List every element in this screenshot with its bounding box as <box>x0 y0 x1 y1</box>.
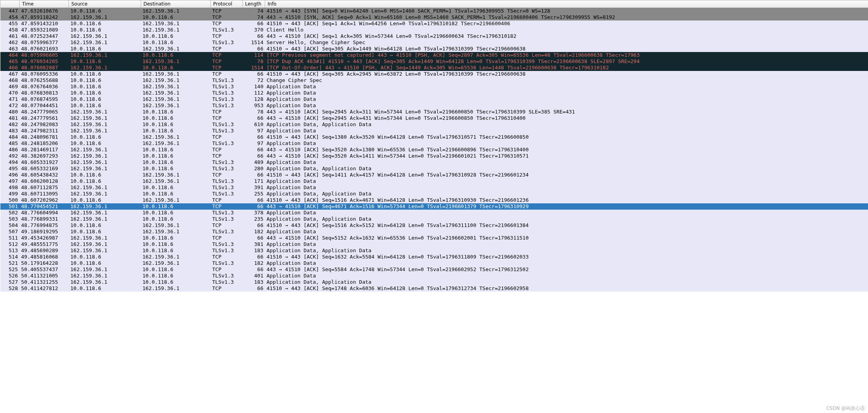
packet-protocol: TLSv1.3 <box>211 241 243 247</box>
packet-destination: 10.0.118.6 <box>141 191 211 197</box>
table-row[interactable]: 45547.85914321010.0.118.6162.159.36.1TCP… <box>0 20 868 27</box>
packet-time: 47.859118242 <box>20 14 69 20</box>
packet-source: 162.159.36.1 <box>69 266 141 273</box>
packet-time: 48.606200128 <box>20 178 69 184</box>
packet-destination: 162.159.36.1 <box>141 90 211 96</box>
table-row[interactable]: 47148.07687459510.0.118.6162.159.36.1TLS… <box>0 96 868 102</box>
packet-list-table[interactable]: Time Source Destination Protocol Length … <box>0 0 868 292</box>
col-length[interactable]: Length <box>243 0 265 8</box>
table-row[interactable]: 51349.485690289162.159.36.110.0.118.6TLS… <box>0 247 868 254</box>
packet-time: 50.411321005 <box>20 273 69 279</box>
packet-protocol: TCP <box>211 109 243 115</box>
table-row[interactable]: 52750.411321255162.159.36.110.0.118.6TLS… <box>0 279 868 285</box>
packet-info: 41510 → 443 [SYN] Seq=0 Win=64240 Len=0 … <box>265 8 868 15</box>
packet-protocol: TCP <box>211 134 243 140</box>
table-row[interactable]: 51449.48581606810.0.118.6162.159.36.1TCP… <box>0 254 868 260</box>
col-destination[interactable]: Destination <box>141 0 211 8</box>
table-row[interactable]: 46648.076082887162.159.36.110.0.118.6TCP… <box>0 65 868 71</box>
packet-info: Application Data, Application Data <box>265 279 868 285</box>
packet-destination: 162.159.36.1 <box>141 178 211 184</box>
table-row[interactable]: 52150.17916422810.0.118.6162.159.36.1TLS… <box>0 260 868 266</box>
packet-no: 496 <box>0 172 20 178</box>
table-row[interactable]: 46148.072523447162.159.36.110.0.118.6TCP… <box>0 33 868 39</box>
table-row[interactable]: 51249.485551775162.159.36.110.0.118.6TLS… <box>0 241 868 247</box>
packet-no: 501 <box>0 203 20 210</box>
table-row[interactable]: 48648.281469117162.159.36.110.0.118.6TCP… <box>0 147 868 153</box>
packet-length: 78 <box>243 109 265 115</box>
packet-time: 48.281469117 <box>20 147 69 153</box>
packet-no: 525 <box>0 266 20 273</box>
packet-no: 502 <box>0 210 20 216</box>
table-row[interactable]: 50148.770454521162.159.36.110.0.118.6TCP… <box>0 203 868 210</box>
packet-source: 162.159.36.1 <box>69 210 141 216</box>
table-row[interactable]: 51149.453426987162.159.36.110.0.118.6TCP… <box>0 235 868 241</box>
packet-length: 1514 <box>243 39 265 46</box>
table-row[interactable]: 49548.605332169162.159.36.110.0.118.6TLS… <box>0 166 868 172</box>
packet-source: 10.0.118.6 <box>69 197 141 203</box>
packet-length: 140 <box>243 84 265 90</box>
col-protocol[interactable]: Protocol <box>211 0 243 8</box>
table-row[interactable]: 50448.77699487510.0.118.6162.159.36.1TCP… <box>0 222 868 229</box>
packet-protocol: TLSv1.3 <box>211 102 243 109</box>
table-row[interactable]: 48348.247982311162.159.36.110.0.118.6TLS… <box>0 128 868 134</box>
packet-length: 66 <box>243 20 265 27</box>
packet-info: 443 → 41510 [ACK] Seq=5584 Ack=1748 Win=… <box>265 266 868 273</box>
table-row[interactable]: 49648.60543843210.0.118.6162.159.36.1TCP… <box>0 172 868 178</box>
packet-time: 49.485551775 <box>20 241 69 247</box>
table-row[interactable]: 49948.607113095162.159.36.110.0.118.6TLS… <box>0 191 868 197</box>
packet-length: 66 <box>243 203 265 210</box>
packet-length: 66 <box>243 71 265 77</box>
table-row[interactable]: 49848.607112875162.159.36.110.0.118.6TLS… <box>0 184 868 191</box>
table-row[interactable]: 45447.859118242162.159.36.110.0.118.6TCP… <box>0 14 868 20</box>
packet-destination: 162.159.36.1 <box>141 77 211 84</box>
table-row[interactable]: 52850.41142781210.0.118.6162.159.36.1TCP… <box>0 285 868 292</box>
packet-destination: 10.0.118.6 <box>141 39 211 46</box>
col-source[interactable]: Source <box>69 0 141 8</box>
packet-info: 41510 → 443 [ACK] Seq=1516 Ack=4671 Win=… <box>265 197 868 203</box>
table-row[interactable]: 50749.18691929510.0.118.6162.159.36.1TLS… <box>0 229 868 235</box>
table-row[interactable]: 46348.07602169310.0.118.6162.159.36.1TCP… <box>0 46 868 52</box>
table-row[interactable]: 46248.075996377162.159.36.110.0.118.6TLS… <box>0 39 868 46</box>
packet-protocol: TCP <box>211 58 243 65</box>
table-row[interactable]: 48248.247982083162.159.36.110.0.118.6TLS… <box>0 121 868 128</box>
table-row[interactable]: 52650.411321005162.159.36.110.0.118.6TLS… <box>0 273 868 279</box>
table-row[interactable]: 47048.07683081310.0.118.6162.159.36.1TLS… <box>0 90 868 96</box>
col-time[interactable]: Time <box>20 0 69 8</box>
col-info[interactable]: Info <box>265 0 868 8</box>
packet-length: 74 <box>243 8 265 15</box>
table-row[interactable]: 50348.776899331162.159.36.110.0.118.6TLS… <box>0 216 868 222</box>
packet-no: 447 <box>0 8 20 15</box>
packet-protocol: TCP <box>211 203 243 210</box>
packet-info: Application Data <box>265 128 868 134</box>
table-row[interactable]: 48148.247779561162.159.36.110.0.118.6TCP… <box>0 115 868 121</box>
table-row[interactable]: 50048.60720296210.0.118.6162.159.36.1TCP… <box>0 197 868 203</box>
table-row[interactable]: 44747.63261067610.0.118.6162.159.36.1TCP… <box>0 8 868 15</box>
table-row[interactable]: 48548.24818520610.0.118.6162.159.36.1TLS… <box>0 140 868 147</box>
table-row[interactable]: 45847.85932108910.0.118.6162.159.36.1TLS… <box>0 27 868 33</box>
packet-length: 66 <box>243 147 265 153</box>
table-row[interactable]: 48448.24809678110.0.118.6162.159.36.1TCP… <box>0 134 868 140</box>
packet-no: 466 <box>0 65 20 71</box>
table-row[interactable]: 46848.07625568810.0.118.6162.159.36.1TLS… <box>0 77 868 84</box>
table-row[interactable]: 52550.405537437162.159.36.110.0.118.6TCP… <box>0 266 868 273</box>
table-row[interactable]: 48048.247779065162.159.36.110.0.118.6TCP… <box>0 109 868 115</box>
table-row[interactable]: 49248.382697293162.159.36.110.0.118.6TCP… <box>0 153 868 159</box>
table-row[interactable]: 46548.07603420510.0.118.6162.159.36.1TCP… <box>0 58 868 65</box>
table-row[interactable]: 46748.07609533610.0.118.6162.159.36.1TCP… <box>0 71 868 77</box>
packet-protocol: TLSv1.3 <box>211 27 243 33</box>
table-row[interactable]: 49748.60620012810.0.118.6162.159.36.1TLS… <box>0 178 868 184</box>
packet-info: 443 → 41510 [ACK] Seq=2945 Ack=311 Win=5… <box>265 109 868 115</box>
packet-length: 66 <box>243 222 265 229</box>
packet-info: Application Data <box>265 90 868 96</box>
packet-info: Application Data <box>265 159 868 166</box>
packet-source: 10.0.118.6 <box>69 229 141 235</box>
table-row[interactable]: 46948.07676403610.0.118.6162.159.36.1TLS… <box>0 84 868 90</box>
table-row[interactable]: 47248.07704445110.0.118.6162.159.36.1TLS… <box>0 102 868 109</box>
table-row[interactable]: 50248.776604994162.159.36.110.0.118.6TLS… <box>0 210 868 216</box>
packet-destination: 10.0.118.6 <box>141 14 211 20</box>
packet-destination: 10.0.118.6 <box>141 65 211 71</box>
table-row[interactable]: 46448.075996605162.159.36.110.0.118.6TCP… <box>0 52 868 58</box>
packet-destination: 10.0.118.6 <box>141 109 211 115</box>
col-no[interactable] <box>0 0 20 8</box>
table-row[interactable]: 49448.605331927162.159.36.110.0.118.6TLS… <box>0 159 868 166</box>
